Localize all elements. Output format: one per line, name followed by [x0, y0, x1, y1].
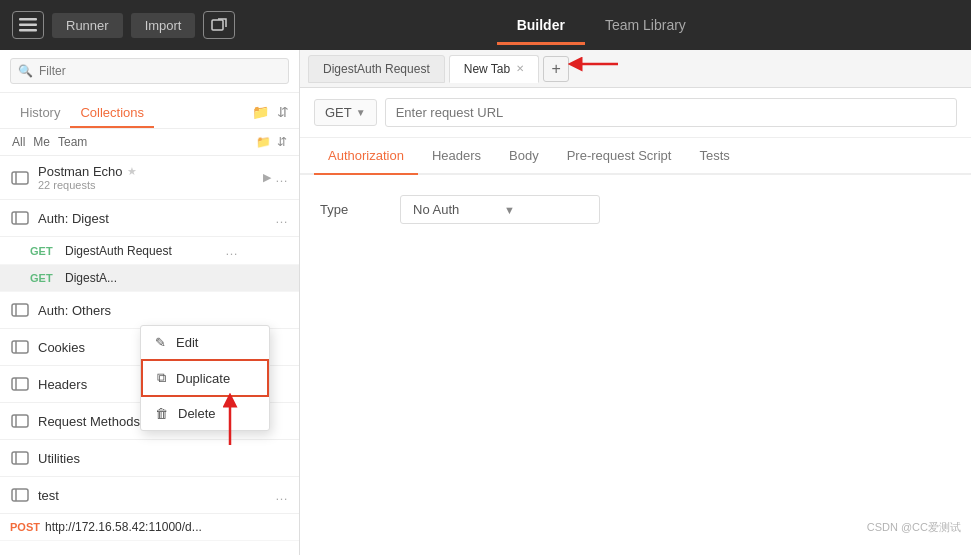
svg-rect-0 [19, 18, 37, 21]
request-nav: Authorization Headers Body Pre-request S… [300, 138, 971, 175]
context-menu: ✎ Edit ⧉ Duplicate 🗑 Delete [140, 325, 270, 431]
delete-icon: 🗑 [155, 406, 168, 421]
svg-rect-16 [12, 452, 28, 464]
svg-rect-14 [12, 415, 28, 427]
context-menu-duplicate[interactable]: ⧉ Duplicate [141, 359, 269, 397]
tab-team-library[interactable]: Team Library [585, 9, 706, 41]
auth-type-dropdown-arrow: ▼ [504, 204, 587, 216]
duplicate-icon: ⧉ [157, 370, 166, 386]
svg-rect-12 [12, 378, 28, 390]
digestauth-tab-label: DigestAuth Request [323, 62, 430, 76]
watermark: CSDN @CC爱测试 [867, 520, 961, 535]
svg-rect-4 [12, 172, 28, 184]
new-folder-icon[interactable]: 📁 [252, 104, 269, 120]
new-collection-icon[interactable]: 📁 [256, 135, 271, 149]
import-button[interactable]: Import [131, 13, 196, 38]
context-menu-edit[interactable]: ✎ Edit [141, 326, 269, 359]
collection-auth-digest[interactable]: Auth: Digest … [0, 200, 299, 237]
post-request-name: http://172.16.58.42:11000/d... [45, 520, 205, 534]
postman-echo-sub: 22 requests [38, 179, 263, 191]
add-tab-button[interactable]: + [543, 56, 569, 82]
auth-digest-dots[interactable]: … [275, 211, 289, 226]
svg-rect-10 [12, 341, 28, 353]
auth-content: Type No Auth ▼ [300, 175, 971, 244]
test-dots[interactable]: … [275, 488, 289, 503]
runner-button[interactable]: Runner [52, 13, 123, 38]
sort-collection-icon[interactable]: ⇵ [277, 135, 287, 149]
team-filter[interactable]: Team [58, 135, 87, 149]
request-digestauth-dots[interactable]: … [225, 243, 239, 258]
plus-icon: + [552, 60, 561, 78]
svg-rect-3 [212, 20, 223, 30]
method-get-badge2: GET [30, 272, 65, 284]
svg-rect-6 [12, 212, 28, 224]
collection-utilities[interactable]: Utilities [0, 440, 299, 477]
method-dropdown-arrow: ▼ [356, 107, 366, 118]
utilities-name: Utilities [38, 451, 289, 466]
url-bar: GET ▼ [300, 88, 971, 138]
collection-postman-echo-inner: Postman Echo ★ 22 requests [38, 164, 263, 191]
tab-history[interactable]: History [10, 101, 70, 128]
method-select[interactable]: GET ▼ [314, 99, 377, 126]
red-arrow-right [563, 49, 623, 79]
collection-postman-echo[interactable]: Postman Echo ★ 22 requests ▶ … [0, 156, 299, 200]
collection-auth-digest-inner: Auth: Digest [38, 211, 275, 226]
sidebar-toggle-icon[interactable] [12, 11, 44, 39]
auth-type-value: No Auth [413, 202, 496, 217]
svg-rect-8 [12, 304, 28, 316]
auth-type-label: Type [320, 202, 380, 217]
new-tab-label: New Tab [464, 62, 510, 76]
context-menu-delete[interactable]: 🗑 Delete [141, 397, 269, 430]
svg-rect-1 [19, 24, 37, 27]
me-filter[interactable]: Me [33, 135, 50, 149]
postman-echo-arrow: ▶ [263, 171, 271, 184]
all-filter[interactable]: All [12, 135, 25, 149]
right-panel: DigestAuth Request New Tab ✕ + GET ▼ [300, 50, 971, 555]
delete-label: Delete [178, 406, 216, 421]
close-tab-icon[interactable]: ✕ [516, 63, 524, 74]
tab-builder[interactable]: Builder [497, 9, 585, 41]
method-label: GET [325, 105, 352, 120]
sidebar-filter-area: 🔍 [0, 50, 299, 93]
nav-tab-body[interactable]: Body [495, 138, 553, 173]
tab-new-tab[interactable]: New Tab ✕ [449, 55, 539, 83]
request-digestauth-name: DigestAuth Request [65, 244, 225, 258]
nav-tab-authorization[interactable]: Authorization [314, 138, 418, 173]
request-digesta[interactable]: GET DigestA... [0, 265, 299, 292]
nav-tab-headers[interactable]: Headers [418, 138, 495, 173]
nav-tab-pre-request-script[interactable]: Pre-request Script [553, 138, 686, 173]
tab-collections[interactable]: Collections [70, 101, 154, 128]
auth-others-name: Auth: Others [38, 303, 289, 318]
svg-rect-2 [19, 29, 37, 32]
test-name: test [38, 488, 275, 503]
filter-input[interactable] [10, 58, 289, 84]
postman-echo-dots[interactable]: … [275, 170, 289, 185]
auth-digest-name: Auth: Digest [38, 211, 109, 226]
new-window-icon[interactable] [203, 11, 235, 39]
search-icon: 🔍 [18, 64, 33, 78]
duplicate-label: Duplicate [176, 371, 230, 386]
top-tabs: Builder Team Library [497, 9, 706, 41]
auth-type-select[interactable]: No Auth ▼ [400, 195, 600, 224]
method-post-badge: POST [10, 521, 45, 533]
collection-auth-others[interactable]: Auth: Others [0, 292, 299, 329]
collection-test[interactable]: test … [0, 477, 299, 514]
sidebar-tabs: History Collections 📁 ⇵ [0, 93, 299, 129]
request-post[interactable]: POST http://172.16.58.42:11000/d... [0, 514, 299, 541]
method-get-badge: GET [30, 245, 65, 257]
url-input[interactable] [385, 98, 957, 127]
request-digesta-name: DigestA... [65, 271, 225, 285]
postman-echo-star[interactable]: ★ [127, 165, 137, 178]
edit-icon: ✎ [155, 335, 166, 350]
request-digestauth[interactable]: GET DigestAuth Request … [0, 237, 299, 265]
collection-filter-bar: All Me Team 📁 ⇵ [0, 129, 299, 156]
nav-tab-tests[interactable]: Tests [685, 138, 743, 173]
sort-icon[interactable]: ⇵ [277, 104, 289, 120]
top-bar: Runner Import Builder Team Library [0, 0, 971, 50]
sidebar: 🔍 History Collections 📁 ⇵ All Me Team 📁 … [0, 50, 300, 555]
tab-digestauth-request[interactable]: DigestAuth Request [308, 55, 445, 83]
svg-rect-18 [12, 489, 28, 501]
main-layout: 🔍 History Collections 📁 ⇵ All Me Team 📁 … [0, 50, 971, 555]
tab-bar: DigestAuth Request New Tab ✕ + [300, 50, 971, 88]
postman-echo-name: Postman Echo [38, 164, 123, 179]
